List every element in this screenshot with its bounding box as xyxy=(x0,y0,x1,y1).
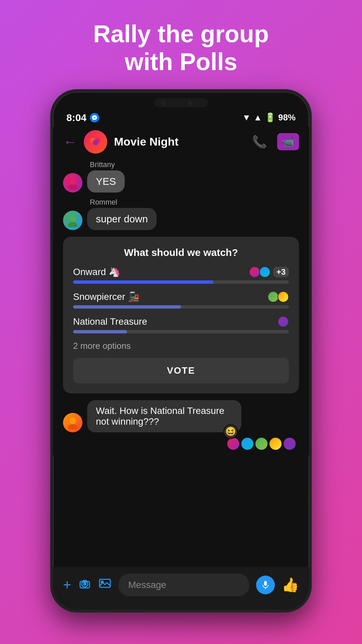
reaction-badge: 😆 xyxy=(223,424,238,439)
svg-point-4 xyxy=(68,184,77,190)
poll-bar-1 xyxy=(73,280,214,284)
message-group-rommel: Rommel super down xyxy=(63,198,299,230)
back-button[interactable]: ← xyxy=(63,134,77,150)
svg-point-2 xyxy=(93,140,98,145)
message-bubble-super-down: super down xyxy=(87,208,157,230)
voter-avatar-3a xyxy=(278,316,289,327)
video-call-button[interactable]: 📹 xyxy=(277,133,299,150)
seen-avatar-1 xyxy=(227,438,239,450)
front-camera-left xyxy=(161,101,166,105)
vote-button[interactable]: VOTE xyxy=(73,358,289,383)
phone-call-button[interactable]: 📞 xyxy=(252,135,267,149)
message-input-field[interactable]: Message xyxy=(118,574,249,596)
message-bubble-yes: YES xyxy=(87,170,125,193)
camera-button[interactable] xyxy=(78,577,92,593)
sender-name-brittany: Brittany xyxy=(90,160,299,169)
svg-point-6 xyxy=(68,222,77,227)
signal-icon: ▲ xyxy=(253,112,262,123)
svg-point-10 xyxy=(83,582,86,586)
poll-option-1-voters: +3 xyxy=(249,266,289,278)
svg-rect-15 xyxy=(264,581,267,586)
headline-line1: Rally the group xyxy=(93,20,269,47)
wifi-icon: ▼ xyxy=(242,112,251,123)
seen-row xyxy=(63,438,299,450)
sender-name-rommel: Rommel xyxy=(90,198,299,207)
voter-avatar-2b xyxy=(278,291,289,303)
message-group-brittany: Brittany YES xyxy=(63,160,299,193)
poll-option-1: Onward 🦄 +3 xyxy=(73,266,289,284)
poll-card: What should we watch? Onward 🦄 +3 xyxy=(63,237,299,393)
status-time: 8:04 xyxy=(66,112,86,123)
battery-icon: 🔋 xyxy=(265,112,276,123)
last-message-row: Wait. How is National Treasure not winni… xyxy=(63,400,299,432)
svg-point-7 xyxy=(69,418,76,424)
svg-point-14 xyxy=(101,581,103,583)
message-input-bar: + Message xyxy=(53,567,309,610)
seen-avatar-5 xyxy=(284,438,296,450)
headline-line2: with Polls xyxy=(125,48,237,75)
poll-bar-2 xyxy=(73,305,181,309)
svg-point-3 xyxy=(69,178,76,184)
mic-button[interactable] xyxy=(256,576,275,594)
avatar-brittany xyxy=(63,173,82,193)
svg-rect-13 xyxy=(100,579,110,587)
more-options-text: 2 more options xyxy=(73,341,289,351)
voter-avatar-1a xyxy=(249,266,260,278)
seen-avatar-3 xyxy=(255,438,267,450)
voter-avatar-2a xyxy=(267,291,279,303)
svg-point-8 xyxy=(68,424,77,429)
group-avatar xyxy=(84,130,107,154)
poll-option-2: Snowpiercer 🚂 xyxy=(73,291,289,309)
avatar-last-sender xyxy=(63,413,82,432)
thumbs-up-button[interactable]: 👍 xyxy=(282,577,299,593)
poll-option-1-label: Onward 🦄 xyxy=(73,266,120,277)
chat-area: Brittany YES xyxy=(53,157,309,455)
svg-point-5 xyxy=(69,215,76,222)
group-name: Movie Night xyxy=(114,135,245,148)
seen-avatar-4 xyxy=(269,438,282,450)
poll-question: What should we watch? xyxy=(73,247,289,258)
voter-avatar-1b xyxy=(259,266,270,278)
voter-count-1: +3 xyxy=(273,267,289,277)
poll-option-3: National Treasure xyxy=(73,316,289,333)
avatar-rommel xyxy=(63,211,82,230)
last-message-bubble: Wait. How is National Treasure not winni… xyxy=(87,400,241,432)
plus-button[interactable]: + xyxy=(63,577,71,593)
status-bar: 8:04 ▼ ▲ 🔋 98% xyxy=(53,92,309,127)
image-button[interactable] xyxy=(98,577,112,593)
battery-percent: 98% xyxy=(278,112,296,123)
poll-option-2-voters xyxy=(267,291,289,303)
front-camera-right xyxy=(188,101,192,105)
last-message-text: Wait. How is National Treasure not winni… xyxy=(96,406,224,427)
seen-avatar-2 xyxy=(241,438,253,450)
poll-bar-3 xyxy=(73,330,127,333)
page-headline: Rally the group with Polls xyxy=(0,0,362,89)
message-placeholder: Message xyxy=(128,580,167,590)
phone-frame: 8:04 ▼ ▲ 🔋 98% ← xyxy=(50,89,312,612)
poll-option-3-label: National Treasure xyxy=(73,316,147,327)
poll-option-2-label: Snowpiercer 🚂 xyxy=(73,291,139,302)
chat-nav-bar: ← Movie Night 📞 📹 xyxy=(53,127,309,157)
messenger-notification-icon xyxy=(90,113,99,122)
poll-option-3-voters xyxy=(278,316,289,327)
